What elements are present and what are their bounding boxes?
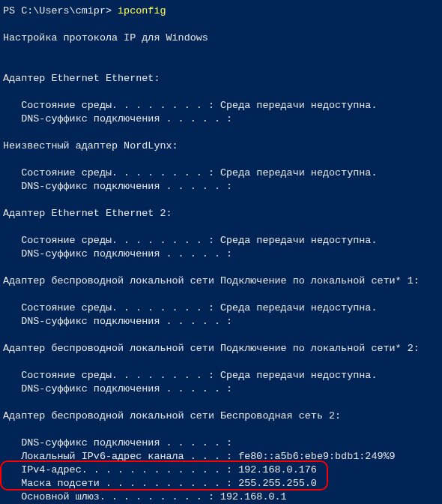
dns-suffix: DNS-суффикс подключения . . . . . : bbox=[21, 248, 232, 260]
ps-prompt: PS C:\Users\cmipr> bbox=[3, 5, 118, 16]
media-state: Состояние среды. . . . . . . . : Среда п… bbox=[21, 370, 377, 381]
subnet-mask: Маска подсети . . . . . . . . . . : 255.… bbox=[21, 478, 317, 489]
ipv4-address: IPv4-адрес. . . . . . . . . . . . : 192.… bbox=[21, 464, 317, 476]
media-state: Состояние среды. . . . . . . . : Среда п… bbox=[21, 235, 377, 246]
adapter-title: Адаптер беспроводной локальной сети Подк… bbox=[3, 343, 420, 354]
link-local-ipv6: Локальный IPv6-адрес канала . . . : fe80… bbox=[21, 451, 395, 462]
adapter-title: Адаптер беспроводной локальной сети Подк… bbox=[3, 275, 420, 286]
dns-suffix: DNS-суффикс подключения . . . . . : bbox=[21, 383, 232, 394]
adapter-title: Адаптер Ethernet Ethernet: bbox=[3, 73, 160, 84]
adapter-title: Адаптер Ethernet Ethernet 2: bbox=[3, 208, 172, 219]
section-header: Настройка протокола IP для Windows bbox=[3, 32, 208, 44]
dns-suffix: DNS-суффикс подключения . . . . . : bbox=[21, 437, 232, 448]
dns-suffix: DNS-суффикс подключения . . . . . : bbox=[21, 113, 232, 124]
adapter-title: Неизвестный адаптер NordLynx: bbox=[3, 140, 178, 152]
media-state: Состояние среды. . . . . . . . : Среда п… bbox=[21, 302, 377, 314]
powershell-terminal[interactable]: PS C:\Users\cmipr> ipconfig Настройка пр… bbox=[0, 0, 442, 504]
default-gateway: Основной шлюз. . . . . . . . . : 192.168… bbox=[21, 491, 286, 502]
media-state: Состояние среды. . . . . . . . : Среда п… bbox=[21, 100, 377, 111]
dns-suffix: DNS-суффикс подключения . . . . . : bbox=[21, 181, 232, 192]
media-state: Состояние среды. . . . . . . . : Среда п… bbox=[21, 167, 377, 178]
dns-suffix: DNS-суффикс подключения . . . . . : bbox=[21, 316, 232, 327]
typed-command: ipconfig bbox=[118, 5, 166, 16]
adapter-title: Адаптер беспроводной локальной сети Бесп… bbox=[3, 410, 341, 422]
